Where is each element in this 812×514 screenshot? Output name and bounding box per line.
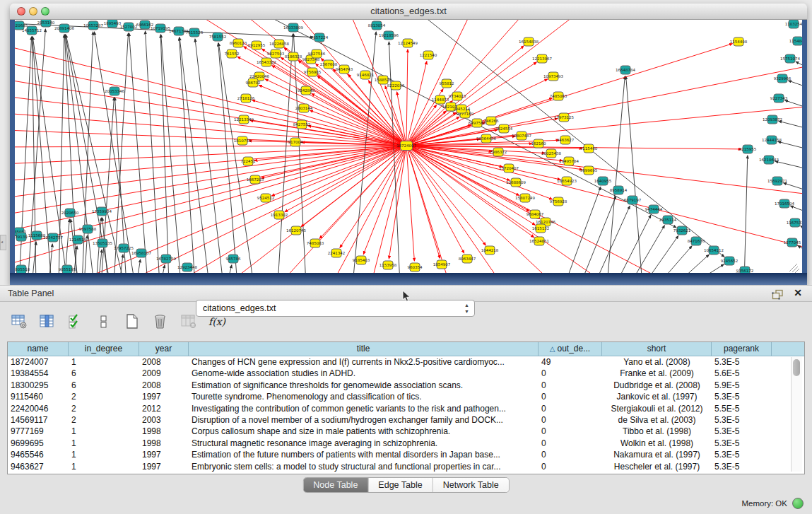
graph-edge[interactable] — [129, 33, 148, 273]
graph-edge[interactable] — [658, 246, 692, 273]
table-row[interactable]: 1830029562008Estimation of significance … — [8, 380, 804, 391]
column-header-year[interactable]: year — [139, 342, 189, 356]
graph-edge[interactable] — [798, 245, 802, 253]
table-type-tabs: Node TableEdge TableNetwork Table — [302, 477, 509, 493]
graph-edge[interactable] — [406, 105, 437, 146]
column-header-pagerank[interactable]: pagerank — [712, 342, 772, 356]
graph-edge[interactable] — [136, 259, 141, 273]
graph-edge[interactable] — [788, 81, 802, 88]
graph-node-label: 9245652 — [721, 259, 739, 263]
table-row[interactable]: 946554611997Estimation of the future num… — [8, 449, 804, 460]
create-column-button[interactable] — [123, 313, 141, 331]
table-row[interactable]: 1872400712008Changes of HCN gene express… — [8, 356, 804, 368]
tab-node-table[interactable]: Node Table — [303, 478, 368, 492]
close-panel-icon[interactable]: ✕ — [794, 287, 802, 298]
graph-edge[interactable] — [82, 32, 93, 273]
import-table-button[interactable] — [180, 313, 198, 331]
graph-edge[interactable] — [15, 146, 406, 218]
graph-edge[interactable] — [271, 146, 406, 196]
graph-edge[interactable] — [406, 146, 802, 253]
graph-edge[interactable] — [406, 62, 427, 146]
table-row[interactable]: 1938455462009Genome-wide association stu… — [8, 368, 804, 379]
column-header-title[interactable]: title — [189, 342, 539, 356]
graph-edge[interactable] — [406, 49, 408, 146]
table-scrollbar-thumb[interactable] — [793, 359, 800, 376]
tab-network-table[interactable]: Network Table — [433, 478, 509, 492]
graph-edge[interactable] — [676, 255, 709, 273]
table-row[interactable]: 911546021997Tourette syndrome. Phenomeno… — [8, 391, 804, 402]
graph-edge[interactable] — [784, 183, 802, 192]
graph-edge[interactable] — [389, 146, 406, 259]
graph-edge[interactable] — [580, 196, 616, 273]
graph-edge[interactable] — [626, 76, 642, 273]
table-row[interactable]: 946362711997Embryonic stem cells: a mode… — [8, 461, 804, 472]
graph-edge[interactable] — [406, 146, 802, 197]
show-columns-button[interactable] — [38, 313, 57, 331]
table-row[interactable]: 977716911998Corpus callosum shape and si… — [8, 426, 804, 437]
graph-edge[interactable] — [630, 226, 664, 273]
graph-edge[interactable] — [691, 264, 724, 273]
network-canvas[interactable]: 1872400725206851405571220531402089140610… — [15, 20, 802, 273]
table-source-dropdown[interactable]: citations_edges.txt ▲▼ — [196, 300, 475, 317]
table-cell: 9115460 — [8, 391, 69, 402]
tab-edge-table[interactable]: Edge Table — [368, 478, 433, 492]
graph-edge[interactable] — [71, 219, 78, 273]
graph-edge[interactable] — [160, 265, 165, 273]
column-header-name[interactable]: name — [8, 342, 69, 356]
select-columns-button[interactable] — [66, 313, 85, 331]
graph-edge[interactable] — [406, 146, 414, 261]
graph-edge[interactable] — [213, 146, 406, 273]
graph-edge[interactable] — [744, 156, 748, 273]
memory-indicator-icon[interactable] — [792, 498, 804, 509]
graph-edge[interactable] — [227, 265, 232, 273]
graph-edge[interactable] — [252, 100, 406, 146]
column-header-out-de-[interactable]: △out_de... — [539, 342, 602, 356]
table-cell: 9699695 — [8, 438, 69, 449]
graph-edge[interactable] — [406, 111, 446, 146]
graph-edge[interactable] — [15, 146, 406, 165]
table-mode-button[interactable] — [10, 313, 28, 331]
table-row[interactable]: 1456911722003Disruption of a novel membe… — [8, 414, 804, 426]
graph-edge[interactable] — [319, 146, 406, 238]
graph-edge[interactable] — [406, 146, 553, 199]
column-header-short[interactable]: short — [602, 342, 712, 356]
delete-column-button[interactable] — [151, 313, 170, 331]
graph-edge[interactable] — [389, 42, 400, 273]
table-scrollbar[interactable] — [791, 357, 802, 472]
graph-edge[interactable] — [15, 129, 406, 146]
graph-edge[interactable] — [789, 264, 797, 271]
graph-edge[interactable] — [160, 35, 169, 273]
graph-edge[interactable] — [406, 146, 453, 273]
table-cell: Wolkin et al. (1998) — [602, 438, 712, 449]
graph-edge[interactable] — [406, 62, 802, 146]
table-row[interactable]: 969969511998Structural magnetic resonanc… — [8, 438, 804, 449]
graph-node-label: 1277045 — [784, 240, 801, 245]
float-panel-icon[interactable] — [772, 289, 784, 300]
graph-edge[interactable] — [146, 31, 160, 273]
graph-edge[interactable] — [340, 146, 406, 247]
graph-edge[interactable] — [15, 112, 406, 146]
graph-edge[interactable] — [790, 206, 802, 214]
window-titlebar[interactable]: citations_edges.txt — [10, 4, 807, 20]
graph-edge[interactable] — [801, 226, 802, 232]
graph-edge[interactable] — [218, 43, 237, 273]
graph-edge[interactable] — [406, 146, 440, 258]
graph-edge[interactable] — [607, 76, 625, 273]
graph-edge[interactable] — [114, 33, 128, 273]
graph-node-label: 9756985 — [304, 70, 322, 74]
graph-edge[interactable] — [195, 39, 223, 273]
graph-edge[interactable] — [161, 35, 181, 273]
west-panel-grabber[interactable]: ◂ — [0, 235, 6, 250]
graph-node-label: 8186328 — [285, 54, 302, 59]
graph-edge[interactable] — [775, 161, 802, 170]
graph-edge[interactable] — [594, 206, 630, 273]
row-height-button[interactable] — [95, 313, 113, 331]
graph-edge[interactable] — [778, 141, 802, 150]
graph-edge[interactable] — [15, 146, 406, 147]
graph-edge[interactable] — [795, 269, 799, 273]
column-header-in-degree[interactable]: in_degree — [69, 342, 139, 356]
table-row[interactable]: 2242004622012Investigating the contribut… — [8, 403, 804, 414]
graph-edge[interactable] — [779, 121, 802, 129]
graph-edge[interactable] — [565, 187, 601, 273]
graph-edge[interactable] — [278, 34, 293, 273]
